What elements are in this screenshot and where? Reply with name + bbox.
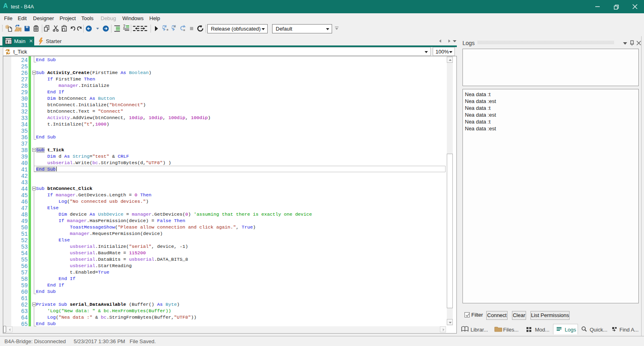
- svg-text:2: 2: [123, 24, 126, 29]
